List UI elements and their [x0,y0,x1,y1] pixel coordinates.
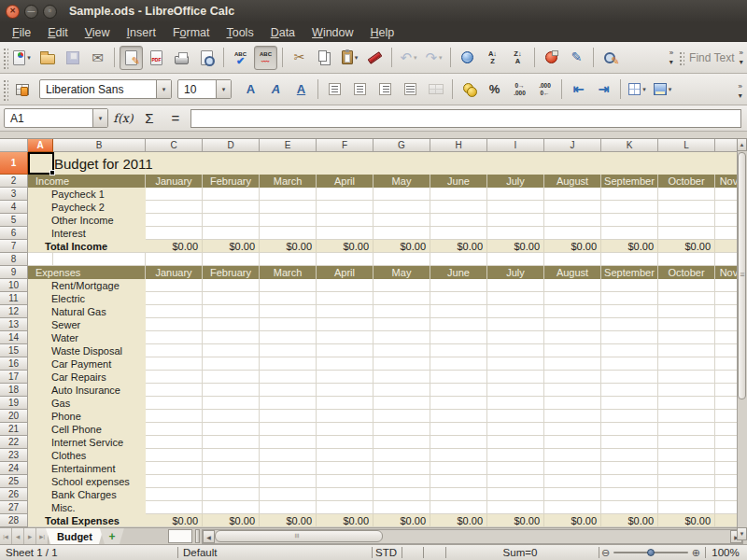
new-document-icon[interactable]: ▾ [10,46,34,70]
edit-file-icon[interactable] [120,46,143,70]
copy-icon[interactable] [313,46,336,70]
cell-empty[interactable] [601,201,658,214]
cell-month[interactable]: May [374,175,430,188]
cell-empty[interactable] [658,188,715,201]
find-replace-icon[interactable] [599,46,622,70]
toolbar-overflow-icon[interactable]: » ▾ [740,49,743,65]
cell-empty[interactable] [146,488,203,501]
cell-item-label[interactable]: School expenses [28,475,146,488]
cell-empty[interactable] [601,227,658,240]
cell-empty[interactable] [374,201,430,214]
dropdown-arrow-icon[interactable]: ▾ [355,54,359,62]
cell-empty[interactable] [430,331,487,344]
cell-month[interactable]: April [317,266,374,279]
cell-empty[interactable] [487,462,544,475]
status-insert-mode[interactable]: STD [375,545,418,560]
cell-empty[interactable] [146,397,203,410]
cell-empty[interactable] [203,423,260,436]
cell-empty[interactable] [601,371,658,384]
row-header-11[interactable]: 11 [0,292,28,305]
cell-empty[interactable] [544,188,601,201]
cell-empty[interactable] [146,475,203,488]
sort-ascending-icon[interactable]: A↓ Z [481,46,504,70]
align-left-icon[interactable] [323,77,346,102]
underline-icon[interactable]: A [289,77,313,102]
cell-empty[interactable] [601,331,658,344]
cell-item-label[interactable]: Waste Disposal [28,344,146,357]
cell-total-value[interactable]: $0.00 [487,240,544,253]
cell-empty[interactable] [317,331,374,344]
cell-empty[interactable] [715,462,737,475]
column-header-G[interactable]: G [374,139,430,152]
cell-empty[interactable] [317,201,374,214]
cell-empty[interactable] [658,253,715,266]
cell-empty[interactable] [260,305,317,318]
cell-empty[interactable] [487,410,544,423]
row-header-13[interactable]: 13 [0,318,28,331]
cell-empty[interactable] [203,384,260,397]
column-header-L[interactable]: L [658,139,715,152]
row-header-2[interactable]: 2 [0,175,28,188]
cell-empty[interactable] [317,410,374,423]
row-header-15[interactable]: 15 [0,344,28,357]
next-sheet-button[interactable]: ▶ [24,528,36,544]
cell-empty[interactable] [658,475,715,488]
cell-empty[interactable] [317,305,374,318]
cell-total-value[interactable]: $0.00 [715,240,737,253]
format-paintbrush-icon[interactable] [363,46,387,70]
cell-empty[interactable] [430,279,487,292]
row-header-22[interactable]: 22 [0,436,28,449]
align-right-icon[interactable] [374,77,397,102]
cell-empty[interactable] [203,344,260,357]
cell-item-label[interactable]: Natural Gas [28,305,146,318]
cell-empty[interactable] [601,384,658,397]
cell-total-value[interactable]: $0.00 [658,514,715,527]
export-pdf-icon[interactable] [145,46,168,70]
cell-empty[interactable] [203,318,260,331]
status-zoom-percent[interactable]: 100% [707,545,744,560]
cell-empty[interactable] [487,397,544,410]
cell-empty[interactable] [601,488,658,501]
cell-month[interactable]: March [260,266,317,279]
cell-empty[interactable] [544,253,601,266]
decrease-indent-icon[interactable]: ⇤ [567,77,590,102]
cell-empty[interactable] [317,475,374,488]
cell-empty[interactable] [260,475,317,488]
cell-empty[interactable] [374,305,430,318]
cell-empty[interactable] [374,488,430,501]
cell-empty[interactable] [715,357,737,371]
cell-empty[interactable] [658,227,715,240]
cell-empty[interactable] [658,357,715,371]
select-all-corner[interactable] [0,139,28,152]
cell-empty[interactable] [430,214,487,227]
menu-help[interactable]: Help [362,24,403,41]
cell-empty[interactable] [658,305,715,318]
cell-empty[interactable] [487,384,544,397]
cell-empty[interactable] [601,318,658,331]
column-header-A[interactable]: A [28,139,53,152]
cell-empty[interactable] [487,357,544,371]
cell-item-label[interactable]: Bank Charges [28,488,146,501]
cell-empty[interactable] [487,305,544,318]
cell-empty[interactable] [203,279,260,292]
cell-empty[interactable] [544,384,601,397]
auto-spellcheck-icon[interactable]: ABC [254,46,277,70]
cell-empty[interactable] [146,410,203,423]
cell-empty[interactable] [374,331,430,344]
cell-empty[interactable] [658,488,715,501]
cell-empty[interactable] [260,410,317,423]
cell-empty[interactable] [317,253,374,266]
cell-empty[interactable] [601,357,658,371]
cell-empty[interactable] [260,344,317,357]
cell-empty[interactable] [374,436,430,449]
cell-empty[interactable] [260,384,317,397]
zoom-in-icon[interactable]: ⊕ [692,547,700,559]
row-header-16[interactable]: 16 [0,357,28,371]
cell-empty[interactable] [146,318,203,331]
row-header-6[interactable]: 6 [0,227,28,240]
cell-empty[interactable] [146,292,203,305]
cell-month[interactable]: August [544,266,601,279]
split-handle[interactable] [195,529,200,543]
cell-empty[interactable] [260,501,317,514]
cell-empty[interactable] [260,214,317,227]
